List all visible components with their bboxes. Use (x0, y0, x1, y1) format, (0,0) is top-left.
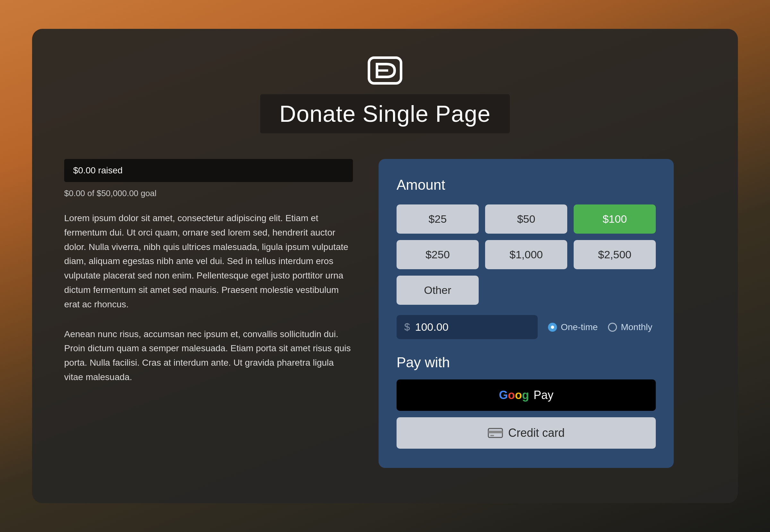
raised-amount: $0.00 raised (73, 165, 122, 175)
amount-btn-other[interactable]: Other (397, 276, 479, 305)
donation-panel: Amount $25 $50 $100 $250 $1,000 $2,500 O… (379, 159, 674, 468)
description-paragraph-2: Aenean nunc risus, accumsan nec ipsum et… (64, 327, 353, 385)
svg-rect-3 (490, 435, 494, 436)
logo-icon (366, 54, 404, 87)
goal-text: $0.00 of $50,000.00 goal (64, 188, 353, 198)
gpay-button[interactable]: Goog Pay (397, 379, 656, 411)
gpay-label: Pay (533, 388, 553, 402)
page-title-wrapper: Donate Single Page (260, 94, 510, 133)
amount-buttons-row2: $250 $1,000 $2,500 (397, 240, 656, 269)
credit-card-label: Credit card (508, 426, 565, 440)
monthly-label: Monthly (621, 322, 652, 332)
g-logo: Goog (499, 388, 529, 402)
description-paragraph-1: Lorem ipsum dolor sit amet, consectetur … (64, 211, 353, 312)
credit-card-icon (488, 427, 503, 439)
amount-btn-100[interactable]: $100 (573, 204, 656, 234)
credit-card-button[interactable]: Credit card (397, 417, 656, 449)
page-title: Donate Single Page (280, 101, 490, 127)
amount-btn-50[interactable]: $50 (485, 204, 567, 234)
amount-buttons-row3: Other (397, 276, 656, 305)
amount-input-wrapper: $ (397, 315, 538, 339)
monthly-option[interactable]: Monthly (608, 322, 652, 332)
amount-buttons-row1: $25 $50 $100 (397, 204, 656, 234)
custom-amount-row: $ One-time Monthly (397, 315, 656, 339)
main-card: Donate Single Page $0.00 raised $0.00 of… (32, 29, 738, 503)
left-panel: $0.00 raised $0.00 of $50,000.00 goal Lo… (64, 159, 353, 400)
amount-btn-1000[interactable]: $1,000 (485, 240, 567, 269)
one-time-option[interactable]: One-time (548, 322, 598, 332)
one-time-label: One-time (561, 322, 598, 332)
amount-input[interactable] (415, 321, 530, 333)
content-area: $0.00 raised $0.00 of $50,000.00 goal Lo… (64, 159, 706, 468)
header: Donate Single Page (260, 54, 510, 133)
dollar-sign-icon: $ (404, 321, 410, 333)
svg-rect-2 (488, 431, 502, 433)
amount-btn-2500[interactable]: $2,500 (573, 240, 656, 269)
amount-title: Amount (397, 177, 656, 193)
frequency-options: One-time Monthly (548, 322, 652, 332)
pay-with-title: Pay with (397, 354, 656, 370)
one-time-radio[interactable] (548, 323, 557, 332)
progress-bar: $0.00 raised (64, 159, 353, 182)
amount-btn-250[interactable]: $250 (397, 240, 479, 269)
amount-btn-25[interactable]: $25 (397, 204, 479, 234)
monthly-radio[interactable] (608, 323, 617, 332)
